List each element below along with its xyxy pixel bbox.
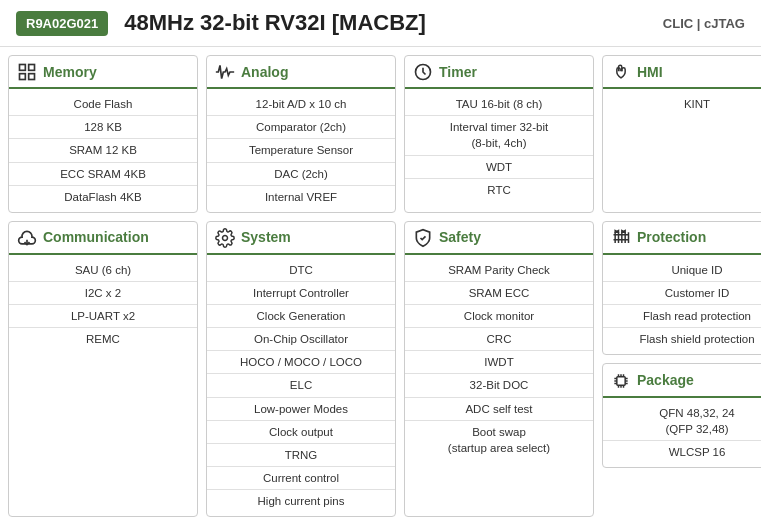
card-body-memory: Code Flash128 KBSRAM 12 KBECC SRAM 4KBDa…: [9, 89, 197, 211]
list-item: DAC (2ch): [207, 163, 395, 186]
list-item: Flash shield protection: [603, 328, 761, 350]
last-column: ProtectionUnique IDCustomer IDFlash read…: [602, 221, 761, 517]
card-header-timer: Timer: [405, 56, 593, 87]
list-item: ECC SRAM 4KB: [9, 163, 197, 186]
svg-point-6: [223, 235, 228, 240]
gear-icon: [215, 227, 235, 248]
waveform-icon: [215, 61, 235, 82]
list-item: DTC: [207, 259, 395, 282]
card-title-safety: Safety: [439, 229, 481, 245]
list-item: HOCO / MOCO / LOCO: [207, 351, 395, 374]
card-body-hmi: KINT: [603, 89, 761, 119]
card-title-hmi: HMI: [637, 64, 663, 80]
card-body-protection: Unique IDCustomer IDFlash read protectio…: [603, 255, 761, 354]
grid-icon: [17, 61, 37, 82]
list-item: DataFlash 4KB: [9, 186, 197, 208]
list-item: WDT: [405, 156, 593, 179]
list-item: Clock monitor: [405, 305, 593, 328]
shield-icon: [413, 227, 433, 248]
card-title-system: System: [241, 229, 291, 245]
list-item: QFN 48,32, 24 (QFP 32,48): [603, 402, 761, 441]
card-hmi: HMIKINT: [602, 55, 761, 213]
list-item: I2C x 2: [9, 282, 197, 305]
card-title-protection: Protection: [637, 229, 706, 245]
list-item: Low-power Modes: [207, 398, 395, 421]
list-item: IWDT: [405, 351, 593, 374]
list-item: On-Chip Oscillator: [207, 328, 395, 351]
list-item: SRAM ECC: [405, 282, 593, 305]
list-item: Temperature Sensor: [207, 139, 395, 162]
card-header-memory: Memory: [9, 56, 197, 87]
card-body-analog: 12-bit A/D x 10 chComparator (2ch)Temper…: [207, 89, 395, 211]
svg-rect-3: [29, 74, 35, 80]
list-item: Interrupt Controller: [207, 282, 395, 305]
chip-title: 48MHz 32-bit RV32I [MACBZ]: [124, 10, 663, 36]
svg-rect-1: [29, 65, 35, 71]
list-item: REMC: [9, 328, 197, 350]
header: R9A02G021 48MHz 32-bit RV32I [MACBZ] CLI…: [0, 0, 761, 47]
card-timer: TimerTAU 16-bit (8 ch)Interval timer 32-…: [404, 55, 594, 213]
list-item: Interval timer 32-bit (8-bit, 4ch): [405, 116, 593, 155]
chip-icon: [611, 369, 631, 390]
card-body-package: QFN 48,32, 24 (QFP 32,48)WLCSP 16: [603, 398, 761, 467]
list-item: SAU (6 ch): [9, 259, 197, 282]
card-header-protection: Protection: [603, 222, 761, 253]
clock-icon: [413, 61, 433, 82]
list-item: RTC: [405, 179, 593, 201]
list-item: SRAM 12 KB: [9, 139, 197, 162]
list-item: CRC: [405, 328, 593, 351]
list-item: Clock Generation: [207, 305, 395, 328]
card-memory: MemoryCode Flash128 KBSRAM 12 KBECC SRAM…: [8, 55, 198, 213]
list-item: Flash read protection: [603, 305, 761, 328]
card-body-timer: TAU 16-bit (8 ch)Interval timer 32-bit (…: [405, 89, 593, 204]
list-item: Internal VREF: [207, 186, 395, 208]
card-header-analog: Analog: [207, 56, 395, 87]
list-item: TAU 16-bit (8 ch): [405, 93, 593, 116]
list-item: Comparator (2ch): [207, 116, 395, 139]
list-item: KINT: [603, 93, 761, 115]
card-safety: SafetySRAM Parity CheckSRAM ECCClock mon…: [404, 221, 594, 517]
list-item: 32-Bit DOC: [405, 374, 593, 397]
list-item: Clock output: [207, 421, 395, 444]
card-header-hmi: HMI: [603, 56, 761, 87]
chip-badge: R9A02G021: [16, 11, 108, 36]
fence-icon: [611, 227, 631, 248]
svg-rect-16: [617, 376, 625, 384]
card-header-communication: Communication: [9, 222, 197, 253]
list-item: High current pins: [207, 490, 395, 512]
list-item: 12-bit A/D x 10 ch: [207, 93, 395, 116]
list-item: ELC: [207, 374, 395, 397]
svg-rect-0: [20, 65, 26, 71]
header-tags: CLIC | cJTAG: [663, 16, 745, 31]
card-title-memory: Memory: [43, 64, 97, 80]
svg-marker-14: [615, 230, 618, 232]
card-title-communication: Communication: [43, 229, 149, 245]
card-package: PackageQFN 48,32, 24 (QFP 32,48)WLCSP 16: [602, 363, 761, 468]
card-protection: ProtectionUnique IDCustomer IDFlash read…: [602, 221, 761, 356]
svg-marker-15: [622, 230, 625, 232]
list-item: WLCSP 16: [603, 441, 761, 463]
list-item: Boot swap (startup area select): [405, 421, 593, 459]
card-title-analog: Analog: [241, 64, 288, 80]
main-grid: MemoryCode Flash128 KBSRAM 12 KBECC SRAM…: [0, 47, 761, 520]
card-body-system: DTCInterrupt ControllerClock GenerationO…: [207, 255, 395, 516]
card-analog: Analog12-bit A/D x 10 chComparator (2ch)…: [206, 55, 396, 213]
list-item: Unique ID: [603, 259, 761, 282]
list-item: ADC self test: [405, 398, 593, 421]
card-title-package: Package: [637, 372, 694, 388]
cloud-icon: [17, 227, 37, 248]
list-item: TRNG: [207, 444, 395, 467]
list-item: 128 KB: [9, 116, 197, 139]
svg-rect-2: [20, 74, 26, 80]
card-title-timer: Timer: [439, 64, 477, 80]
list-item: LP-UART x2: [9, 305, 197, 328]
card-header-safety: Safety: [405, 222, 593, 253]
card-communication: CommunicationSAU (6 ch)I2C x 2LP-UART x2…: [8, 221, 198, 517]
list-item: Current control: [207, 467, 395, 490]
card-system: SystemDTCInterrupt ControllerClock Gener…: [206, 221, 396, 517]
card-body-safety: SRAM Parity CheckSRAM ECCClock monitorCR…: [405, 255, 593, 463]
card-header-package: Package: [603, 364, 761, 395]
touch-icon: [611, 61, 631, 82]
list-item: Customer ID: [603, 282, 761, 305]
list-item: SRAM Parity Check: [405, 259, 593, 282]
